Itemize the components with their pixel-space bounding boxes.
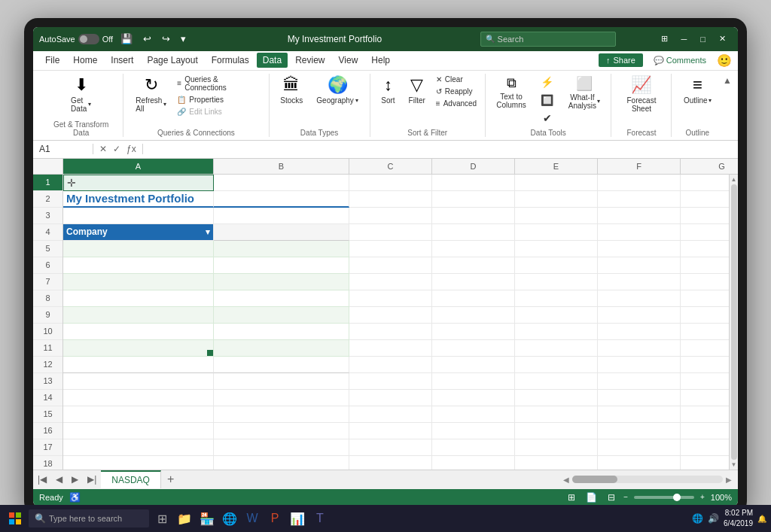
cell-C15[interactable] — [349, 406, 432, 423]
cell-B3[interactable] — [214, 208, 349, 224]
cell-B1[interactable] — [214, 175, 349, 191]
cell-F12[interactable] — [598, 357, 681, 373]
cell-F9[interactable] — [598, 307, 681, 324]
row-num-18[interactable]: 18 — [33, 456, 62, 470]
cell-B8[interactable] — [214, 290, 349, 307]
col-header-A[interactable]: A — [63, 159, 214, 174]
h-scroll-left-arrow[interactable]: ◀ — [563, 476, 569, 484]
cell-C13[interactable] — [349, 373, 432, 390]
cell-A10[interactable] — [63, 324, 214, 340]
cell-B11[interactable] — [214, 340, 349, 357]
edit-links-button[interactable]: 🔗 Edit Links — [174, 106, 262, 117]
cell-E12[interactable] — [515, 357, 598, 373]
cell-D4[interactable] — [432, 224, 515, 241]
queries-connections-button[interactable]: ≡ Queries & Connections — [174, 74, 262, 93]
cell-E4[interactable] — [515, 224, 598, 241]
cell-D17[interactable] — [432, 439, 515, 456]
cell-D14[interactable] — [432, 390, 515, 406]
row-num-3[interactable]: 3 — [33, 208, 62, 224]
cell-E18[interactable] — [515, 456, 598, 470]
cell-C6[interactable] — [349, 257, 432, 274]
geography-button[interactable]: 🌍 Geography ▾ — [310, 74, 364, 106]
cell-G8[interactable] — [681, 290, 729, 307]
menu-review[interactable]: Review — [289, 53, 331, 68]
cell-C11[interactable] — [349, 340, 432, 357]
cell-C9[interactable] — [349, 307, 432, 324]
cell-G4[interactable] — [681, 224, 729, 241]
comments-button[interactable]: 💬 Comments — [648, 53, 712, 68]
scroll-down-arrow[interactable]: ▼ — [731, 461, 737, 468]
menu-file[interactable]: File — [39, 53, 66, 68]
col-header-F[interactable]: F — [598, 159, 681, 174]
cell-D16[interactable] — [432, 423, 515, 439]
cell-D18[interactable] — [432, 456, 515, 470]
cell-G5[interactable] — [681, 241, 729, 257]
cell-B12[interactable] — [214, 357, 349, 373]
cell-A5[interactable] — [63, 241, 214, 257]
row-num-9[interactable]: 9 — [33, 307, 62, 324]
col-header-E[interactable]: E — [515, 159, 598, 174]
cell-G9[interactable] — [681, 307, 729, 324]
cell-E10[interactable] — [515, 324, 598, 340]
minimize-button[interactable]: ─ — [675, 33, 693, 45]
cell-F13[interactable] — [598, 373, 681, 390]
formula-confirm-icon[interactable]: ✓ — [111, 144, 122, 154]
autosave-toggle[interactable] — [78, 34, 99, 44]
row-num-5[interactable]: 5 — [33, 241, 62, 257]
cell-A4[interactable]: Company ▾ — [63, 224, 214, 241]
cell-A1[interactable]: ✛ — [63, 175, 214, 191]
cell-F1[interactable] — [598, 175, 681, 191]
taskbar-search[interactable]: 🔍 Type here to search — [29, 509, 149, 527]
cell-A17[interactable] — [63, 439, 214, 456]
properties-button[interactable]: 📋 Properties — [174, 94, 262, 105]
task-view-button[interactable]: ⊞ — [152, 509, 172, 528]
row-num-6[interactable]: 6 — [33, 257, 62, 274]
cell-B10[interactable] — [214, 324, 349, 340]
cell-F5[interactable] — [598, 241, 681, 257]
collapse-ribbon[interactable]: ▲ — [723, 74, 732, 137]
row-num-14[interactable]: 14 — [33, 390, 62, 406]
cell-D9[interactable] — [432, 307, 515, 324]
save-icon[interactable]: 💾 — [117, 32, 136, 46]
cell-D6[interactable] — [432, 257, 515, 274]
cell-G12[interactable] — [681, 357, 729, 373]
cell-E17[interactable] — [515, 439, 598, 456]
cell-D8[interactable] — [432, 290, 515, 307]
cell-C16[interactable] — [349, 423, 432, 439]
get-data-button[interactable]: ⬇ GetData ▾ — [65, 74, 97, 114]
taskbar-notification-icon[interactable]: 🔔 — [757, 515, 766, 523]
sheet-tab-nasdaq[interactable]: NASDAQ — [101, 470, 161, 488]
cell-E16[interactable] — [515, 423, 598, 439]
cell-G18[interactable] — [681, 456, 729, 470]
cell-F7[interactable] — [598, 274, 681, 290]
cell-G13[interactable] — [681, 373, 729, 390]
cell-C3[interactable] — [349, 208, 432, 224]
cell-F16[interactable] — [598, 423, 681, 439]
cell-D10[interactable] — [432, 324, 515, 340]
cell-A15[interactable] — [63, 406, 214, 423]
cell-G15[interactable] — [681, 406, 729, 423]
cell-G6[interactable] — [681, 257, 729, 274]
cell-F14[interactable] — [598, 390, 681, 406]
cell-B2[interactable] — [214, 191, 349, 208]
vertical-scrollbar[interactable]: ▲ ▼ — [729, 175, 738, 470]
reapply-button[interactable]: ↺ Reapply — [433, 86, 480, 97]
row-num-12[interactable]: 12 — [33, 357, 62, 373]
cell-E14[interactable] — [515, 390, 598, 406]
clear-button[interactable]: ✕ Clear — [433, 74, 480, 85]
row-num-15[interactable]: 15 — [33, 406, 62, 423]
cell-B5[interactable] — [214, 241, 349, 257]
cell-F2[interactable] — [598, 191, 681, 208]
menu-page-layout[interactable]: Page Layout — [141, 53, 203, 68]
add-sheet-button[interactable]: + — [161, 473, 180, 486]
row-num-8[interactable]: 8 — [33, 290, 62, 307]
cell-A3[interactable] — [63, 208, 214, 224]
cell-B17[interactable] — [214, 439, 349, 456]
taskbar-network-icon[interactable]: 🌐 — [692, 513, 703, 524]
cell-A12[interactable] — [63, 357, 214, 373]
taskbar-edge[interactable]: 🌐 — [220, 509, 239, 528]
cell-A16[interactable] — [63, 423, 214, 439]
title-search-box[interactable]: 🔍 Search — [480, 32, 616, 47]
collapse-icon[interactable]: ▲ — [723, 75, 732, 86]
cell-G7[interactable] — [681, 274, 729, 290]
